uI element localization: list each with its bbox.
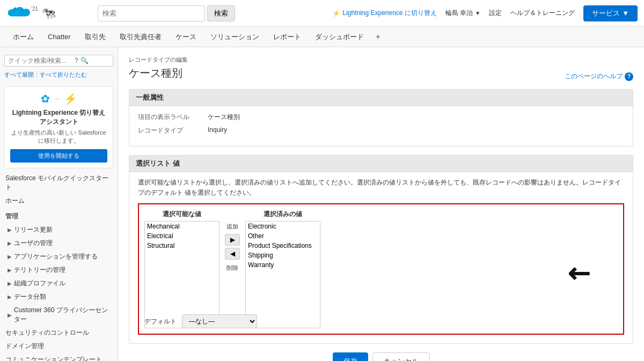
default-row: デフォルト —なし— Electronic Other Product Spec… — [144, 314, 257, 328]
arrow-icon: ▶ — [8, 294, 12, 300]
service-button[interactable]: サービス ▼ — [583, 5, 638, 21]
arrow-icon: ▶ — [8, 240, 12, 246]
available-values-label: 選択可能な値 — [144, 210, 219, 219]
promo-start-button[interactable]: 使用を開始する — [10, 149, 107, 163]
search-icon: 🔍 — [80, 57, 89, 64]
available-values-listbox[interactable]: Mechanical Electrical Structural — [144, 221, 219, 328]
svg-text:salesforce: salesforce — [9, 17, 25, 20]
sidebar-item-data-classification[interactable]: ▶ データ分類 — [0, 290, 118, 304]
lightning-switch-label: Lightning Experience に切り替え — [342, 9, 436, 18]
help-link-text: このページのヘルプ — [565, 72, 623, 81]
page-help-link[interactable]: このページのヘルプ ? — [565, 72, 633, 81]
nav-item-cases[interactable]: ケース — [169, 28, 203, 46]
nav-item-chatter[interactable]: Chatter — [41, 28, 77, 45]
page-title: ケース種別 — [129, 66, 633, 80]
arrow-icon: ▶ — [8, 267, 12, 273]
sidebar-item-territory-mgmt[interactable]: ▶ テリトリーの管理 — [0, 263, 118, 277]
save-button[interactable]: 保存 — [333, 352, 368, 361]
selected-values-listbox[interactable]: Electronic Other Product Specifications … — [245, 221, 320, 328]
help-question-icon: ? — [625, 72, 633, 81]
sidebar-item-app-mgmt[interactable]: ▶ アプリケーションを管理する — [0, 250, 118, 263]
remove-button[interactable]: ◀ — [225, 248, 240, 260]
breadcrumb: レコードタイプの編集 — [129, 56, 633, 64]
list-item[interactable]: Electrical — [145, 231, 219, 241]
arrow-icon: ▶ — [8, 312, 12, 318]
sidebar-item-release-updates[interactable]: ▶ リリース更新 — [0, 223, 118, 237]
lightning-switch[interactable]: ⚡ Lightning Experience に切り替え — [332, 9, 436, 18]
cancel-button[interactable]: キャンセル — [372, 352, 430, 361]
list-item[interactable]: Electronic — [246, 222, 320, 231]
general-section-header: 一般属性 — [129, 90, 633, 106]
search-input[interactable] — [98, 5, 205, 21]
top-right-area: ⚡ Lightning Experience に切り替え 輪島 幸治 ▼ 設定 … — [332, 5, 638, 21]
sidebar: ? 🔍 すべて展開 | すべて折りたたむ ✿ → ⚡ Lightning Exp… — [0, 47, 118, 361]
main-layout: ? 🔍 すべて展開 | すべて折りたたむ ✿ → ⚡ Lightning Exp… — [0, 47, 644, 361]
nav-add-button[interactable]: + — [371, 28, 385, 46]
picklist-section-header: 選択リスト 値 — [129, 156, 633, 172]
list-item[interactable]: Structural — [145, 241, 219, 251]
picklist-container: 選択可能な値 Mechanical Electrical Structural … — [138, 203, 624, 335]
sidebar-item-domain[interactable]: ドメイン管理 — [0, 340, 118, 353]
question-icon: ? — [75, 57, 78, 64]
list-item[interactable]: Mechanical — [145, 222, 219, 231]
user-name: 輪島 幸治 — [445, 9, 473, 18]
arrow-icon: ▶ — [8, 254, 12, 260]
list-item[interactable]: Warranty — [246, 260, 320, 270]
arrow-icon: ▶ — [8, 227, 12, 233]
list-item[interactable]: Product Specifications — [246, 241, 320, 251]
sidebar-section-admin: 管理 — [0, 208, 118, 223]
field-row-record-type: レコードタイプ Inquiry — [138, 126, 624, 135]
nav-item-reports[interactable]: レポート — [267, 28, 308, 46]
nav-item-dashboards[interactable]: ダッシュボード — [309, 28, 370, 46]
search-button[interactable]: 検索 — [207, 5, 235, 21]
add-label: 追加 — [226, 223, 238, 231]
content-area: レコードタイプの編集 ケース種別 このページのヘルプ ? 一般属性 項目の表示ラ… — [118, 47, 644, 361]
mascot-icon: 🐄 — [41, 6, 56, 20]
sidebar-item-org-profile[interactable]: ▶ 組織プロファイル — [0, 277, 118, 290]
sidebar-item-communication[interactable]: コミュニケーションテンプレート — [0, 353, 118, 361]
display-label-field-value: ケース種別 — [208, 113, 240, 122]
sidebar-item-mobile[interactable]: Salesforce モバイルクイックスタート — [0, 172, 118, 194]
default-select[interactable]: —なし— Electronic Other Product Specificat… — [182, 314, 257, 328]
sidebar-search-box[interactable]: ? 🔍 — [4, 55, 113, 67]
list-item[interactable]: Shipping — [246, 251, 320, 260]
nav-item-accounts[interactable]: 取引先 — [78, 28, 112, 46]
user-menu[interactable]: 輪島 幸治 ▼ — [445, 9, 480, 18]
top-bar: salesforce '21 🐄 検索 ⚡ Lightning Experien… — [0, 0, 644, 27]
sidebar-expand-collapse: すべて展開 | すべて折りたたむ — [0, 70, 118, 83]
service-caret-icon: ▼ — [622, 9, 629, 17]
nav-bar: ホーム Chatter 取引先 取引先責任者 ケース ソリューション レポート … — [0, 27, 644, 47]
help-training-link[interactable]: ヘルプ＆トレーニング — [510, 9, 575, 18]
picklist-actions: 追加 ▶ ◀ 削除 — [225, 223, 240, 273]
nav-item-contacts[interactable]: 取引先責任者 — [113, 28, 168, 46]
available-values-col: 選択可能な値 Mechanical Electrical Structural — [144, 210, 219, 328]
list-item[interactable]: Other — [246, 231, 320, 241]
nav-item-home[interactable]: ホーム — [6, 28, 40, 46]
sidebar-item-user-mgmt[interactable]: ▶ ユーザの管理 — [0, 237, 118, 250]
logo-area: salesforce '21 🐄 — [6, 5, 92, 21]
salesforce-logo: salesforce — [6, 5, 30, 21]
lightning-promo-icon: ⚡ — [64, 92, 77, 105]
record-type-field-value: Inquiry — [208, 126, 227, 135]
flower-icon: ✿ — [41, 92, 50, 105]
settings-link[interactable]: 設定 — [489, 9, 502, 18]
nav-item-solutions[interactable]: ソリューション — [204, 28, 266, 46]
picklist-description: 選択可能な値リストから選択し、選択済みの値リストへ追加してください。選択済みの値… — [129, 172, 633, 203]
picklist-section: 選択リスト 値 選択可能な値リストから選択し、選択済みの値リストへ追加してくださ… — [129, 155, 633, 344]
sidebar-item-customer360[interactable]: ▶ Customer 360 プライバシーセンター — [0, 304, 118, 326]
sidebar-item-home[interactable]: ホーム — [0, 194, 118, 208]
add-button[interactable]: ▶ — [225, 234, 240, 246]
collapse-all-link[interactable]: すべて折りたたむ — [40, 71, 87, 79]
sidebar-search-input[interactable] — [8, 57, 72, 64]
selected-values-col: 選択済みの値 Electronic Other Product Specific… — [245, 210, 320, 328]
year-badge: '21 — [31, 6, 38, 12]
expand-all-link[interactable]: すべて展開 — [4, 71, 34, 79]
lightning-icon: ⚡ — [332, 10, 340, 17]
lightning-promo-box: ✿ → ⚡ Lightning Experience 切り替えアシスタント より… — [4, 86, 113, 168]
general-section-body: 項目の表示ラベル ケース種別 レコードタイプ Inquiry — [129, 106, 633, 146]
sidebar-item-security[interactable]: セキュリティのコントロール — [0, 326, 118, 340]
display-label-field-label: 項目の表示ラベル — [138, 113, 208, 122]
record-type-field-label: レコードタイプ — [138, 126, 208, 135]
promo-desc: より生産性の高い新しい Salesforce に移行します。 — [10, 129, 107, 145]
remove-label: 削除 — [226, 264, 238, 272]
